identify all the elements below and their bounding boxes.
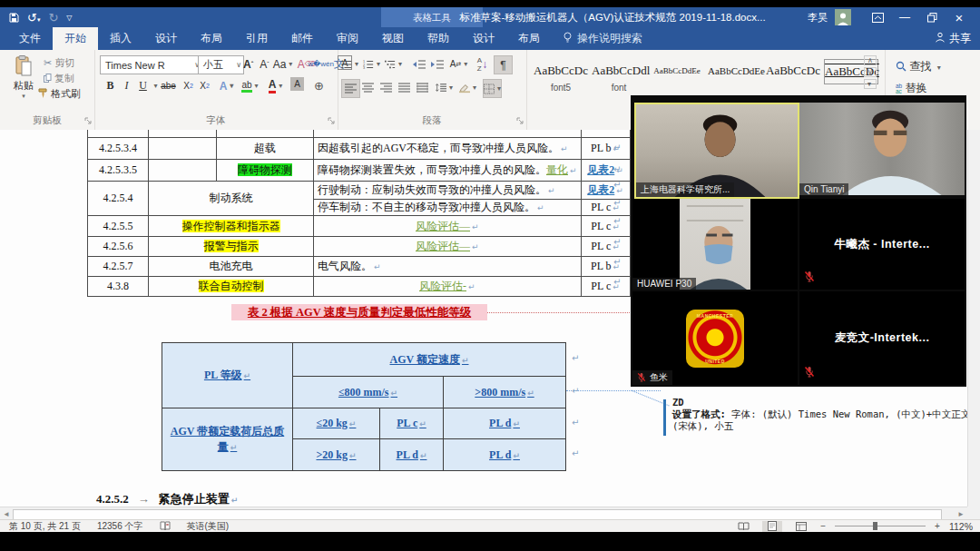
style-chip[interactable]: AaBbCcDdEe: [650, 59, 704, 97]
tell-me-search[interactable]: 操作说明搜索: [552, 27, 653, 50]
tab-insert[interactable]: 插入: [98, 27, 143, 50]
zoom-in-icon[interactable]: +: [935, 521, 940, 531]
tab-table-design[interactable]: 设计: [461, 27, 506, 50]
redo-icon[interactable]: ↻: [48, 11, 58, 25]
font-size-select[interactable]: 小五∨: [198, 55, 244, 74]
style-chip[interactable]: AaBbCcDc: [766, 59, 820, 97]
paste-button[interactable]: 粘贴 ▾: [7, 55, 40, 100]
shading-icon[interactable]: ▾: [459, 79, 476, 96]
zoom-out-icon[interactable]: −: [820, 521, 826, 531]
scroll-right-icon[interactable]: ►: [956, 508, 966, 519]
tab-design[interactable]: 设计: [143, 27, 189, 50]
format-painter-button[interactable]: 格式刷: [38, 87, 81, 101]
text-effects-icon[interactable]: A▾: [218, 77, 235, 94]
print-layout-icon[interactable]: [762, 521, 782, 532]
horizontal-scrollbar[interactable]: ◄ ►: [0, 507, 967, 520]
numbering-icon[interactable]: 123▾: [363, 55, 380, 73]
clipboard-dialog-launcher-icon[interactable]: [84, 115, 92, 126]
proofing-icon[interactable]: [160, 521, 171, 531]
section-heading[interactable]: 4.2.5.2→紧急停止装置↵: [96, 491, 238, 507]
enclose-characters-icon[interactable]: ⊕: [310, 77, 328, 94]
tab-view[interactable]: 视图: [370, 27, 416, 50]
styles-gallery-expand-icon[interactable]: ▾: [864, 79, 877, 89]
participant-tile[interactable]: 麦竞文-Intertek...: [799, 291, 965, 385]
table2-caption[interactable]: 表 2 根据 AGV 速度与质量判定最低性能等级: [231, 304, 487, 320]
participant-tile[interactable]: MANCHESTER UNITED 鱼米: [632, 291, 798, 385]
styles-scroll-up-icon[interactable]: ∧: [864, 55, 877, 65]
web-layout-icon[interactable]: [791, 521, 811, 532]
comment[interactable]: ZD 设置了格式: 字体: (默认) Times New Roman, (中文)…: [672, 397, 967, 432]
read-mode-icon[interactable]: [733, 521, 753, 532]
zoom-level[interactable]: 112%: [949, 521, 973, 532]
paragraph-dialog-launcher-icon[interactable]: [516, 115, 524, 126]
align-center-icon[interactable]: [359, 79, 377, 96]
bullets-icon[interactable]: ▾: [341, 55, 358, 73]
multilevel-list-icon[interactable]: ▾: [385, 55, 402, 73]
participant-tile[interactable]: 上海电器科学研究所...: [634, 103, 799, 199]
subscript-icon[interactable]: X2: [180, 77, 197, 94]
word-count[interactable]: 12356 个字: [97, 520, 143, 533]
zoom-slider[interactable]: [835, 521, 926, 531]
ribbon-display-options-icon[interactable]: [864, 7, 891, 27]
undo-icon[interactable]: ↺▾: [27, 11, 40, 25]
tracked-change-text[interactable]: 风险评估-: [419, 280, 466, 292]
italic-icon[interactable]: I: [118, 77, 135, 94]
user-name[interactable]: 李昊: [808, 11, 828, 25]
style-chip[interactable]: AaBbCcDcfont5: [534, 59, 588, 97]
font-dialog-launcher-icon[interactable]: [328, 115, 335, 126]
borders-icon[interactable]: ▾: [483, 79, 502, 98]
language-indicator[interactable]: 英语(美国): [187, 520, 230, 533]
qat-customize-icon[interactable]: ▽: [66, 14, 72, 22]
participant-tile[interactable]: 牛曦杰 - Interte...: [799, 199, 965, 290]
sort-icon[interactable]: AZ↓: [474, 55, 491, 73]
strikethrough-icon[interactable]: abe: [160, 77, 177, 94]
style-chip[interactable]: AaBbCcDdEe: [708, 59, 762, 97]
tab-file[interactable]: 文件: [7, 27, 53, 50]
tab-help[interactable]: 帮助: [416, 27, 461, 50]
tab-mailings[interactable]: 邮件: [279, 27, 325, 50]
replace-button[interactable]: abac 替换: [896, 81, 927, 96]
save-icon[interactable]: [9, 13, 19, 23]
phonetic-guide-icon[interactable]: w�wén文: [318, 55, 335, 73]
highlighted-text[interactable]: 报警与指示: [204, 240, 259, 252]
tracked-change-link[interactable]: 量化: [546, 163, 568, 176]
participant-tile[interactable]: HUAWEI P30: [632, 199, 798, 290]
styles-scroll-down-icon[interactable]: ∨: [864, 67, 877, 77]
font-name-select[interactable]: Times New R∨: [100, 55, 202, 74]
tracked-change-text[interactable]: 风险评估—: [416, 240, 470, 252]
highlight-color-icon[interactable]: ab▾: [241, 77, 259, 94]
copy-button[interactable]: 复制: [44, 72, 74, 85]
grow-font-icon[interactable]: Aˆ: [240, 55, 257, 73]
justify-icon[interactable]: [396, 79, 413, 96]
asian-layout-icon[interactable]: A⇄▾: [450, 55, 467, 73]
vertical-scrollbar[interactable]: [967, 130, 980, 507]
tab-review[interactable]: 审阅: [325, 27, 370, 50]
cross-reference-link[interactable]: 见表2: [587, 163, 614, 176]
tab-home[interactable]: 开始: [53, 27, 98, 50]
highlighted-text[interactable]: 操作控制器和指示器: [182, 220, 280, 232]
shrink-font-icon[interactable]: Aˇ: [256, 55, 273, 73]
restore-icon[interactable]: [918, 7, 946, 27]
page-indicator[interactable]: 第 10 页, 共 21 页: [9, 520, 81, 533]
change-case-icon[interactable]: Aa▾: [274, 55, 291, 73]
cut-button[interactable]: ✂ 剪切: [44, 56, 74, 70]
bold-icon[interactable]: B: [102, 77, 119, 94]
align-left-icon[interactable]: [341, 79, 360, 98]
tab-references[interactable]: 引用: [234, 27, 279, 50]
close-icon[interactable]: ×: [946, 7, 973, 27]
find-button[interactable]: 查找 ▾: [896, 59, 941, 74]
align-right-icon[interactable]: [377, 79, 395, 96]
share-button[interactable]: 共享: [935, 27, 971, 50]
zoom-slider-thumb[interactable]: [873, 522, 877, 530]
highlighted-text[interactable]: 联合自动控制: [199, 280, 264, 292]
minimize-icon[interactable]: —: [891, 7, 918, 27]
cross-reference-link[interactable]: 见表2: [587, 183, 614, 196]
decrease-indent-icon[interactable]: [410, 55, 427, 73]
highlighted-text[interactable]: 障碍物探测: [238, 163, 292, 176]
superscript-icon[interactable]: X2: [196, 77, 213, 94]
character-shading-icon[interactable]: A: [290, 77, 304, 91]
line-spacing-icon[interactable]: ▾: [436, 79, 453, 96]
avatar[interactable]: [835, 9, 851, 25]
font-color-icon[interactable]: A▾: [267, 77, 284, 94]
tab-layout[interactable]: 布局: [189, 27, 234, 50]
